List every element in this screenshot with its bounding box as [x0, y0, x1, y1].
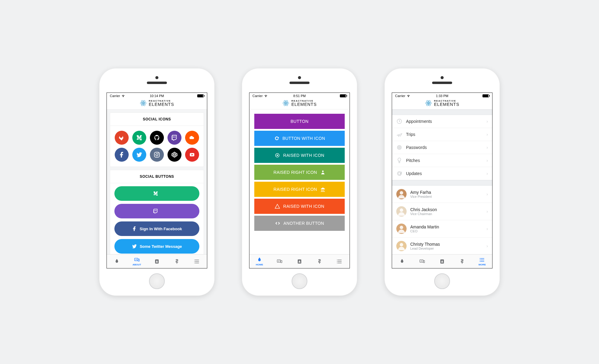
svg-point-42 [400, 226, 403, 229]
avatar [396, 224, 407, 234]
svg-point-12 [194, 260, 195, 260]
gitlab-icon[interactable] [115, 131, 129, 145]
svg-point-20 [277, 155, 278, 156]
chevron-right-icon: › [486, 226, 488, 231]
row-label: Trips [406, 132, 483, 137]
carrier-label: Carrier [110, 94, 120, 98]
twitch-icon[interactable] [168, 131, 181, 145]
home-button[interactable] [434, 273, 450, 289]
svg-point-44 [400, 243, 403, 246]
tab-3[interactable] [167, 254, 187, 268]
plane-icon [396, 131, 402, 137]
tab-label: ABOUT [133, 263, 141, 266]
tab-2[interactable] [289, 254, 310, 268]
github-icon[interactable] [150, 131, 164, 145]
svg-point-53 [479, 261, 480, 262]
list-row-trips[interactable]: Trips › [392, 128, 492, 141]
tab-4[interactable] [187, 254, 207, 268]
avatar [396, 189, 407, 199]
social-button-twitter[interactable]: Some Twitter Message [114, 239, 199, 254]
tab-4[interactable] [330, 254, 350, 268]
svg-point-50 [442, 260, 442, 261]
social-button-twitch[interactable] [114, 204, 199, 218]
svg-point-11 [156, 260, 157, 261]
tab-0[interactable]: HOME [249, 254, 269, 268]
tab-2[interactable] [432, 254, 452, 268]
person-name: Christy Thomas [410, 242, 483, 247]
clock-icon [396, 118, 402, 124]
row-label: Updates [406, 171, 483, 176]
svg-point-51 [479, 258, 480, 259]
list-row-updates[interactable]: Updates › [392, 167, 492, 180]
raised-button-1[interactable]: BUTTON WITH ICON [254, 131, 345, 146]
twitter-icon [132, 244, 137, 249]
tab-icon-1 [276, 258, 283, 265]
tab-1[interactable] [412, 254, 432, 268]
person-icon [320, 170, 326, 175]
social-button-medium[interactable] [114, 186, 199, 201]
tab-3[interactable] [310, 254, 330, 268]
svg-point-40 [400, 208, 403, 212]
youtube-icon[interactable] [185, 148, 199, 162]
twitter-icon[interactable] [132, 148, 146, 162]
brand-large: ELEMENTS [291, 102, 316, 106]
raised-button-6[interactable]: ANOTHER BUTTON [254, 216, 345, 231]
social-icons-title: SOCIAL ICONS [110, 113, 204, 126]
tab-icon-2 [296, 258, 303, 265]
tab-icon-1 [134, 257, 140, 263]
tab-0[interactable] [392, 254, 412, 268]
avatar [396, 241, 407, 251]
svg-point-35 [398, 146, 401, 149]
tab-1[interactable]: ABOUT [127, 254, 147, 268]
list-row-pitches[interactable]: Pitches › [392, 154, 492, 167]
tab-0[interactable] [107, 254, 127, 268]
social-button-facebook[interactable]: Sign In With Facebook [114, 221, 199, 236]
warn-icon [275, 204, 280, 209]
react-logo-icon [425, 99, 432, 107]
screen: Carrier 8:51 PM REACTNATIVEELEMENTS BUTT… [249, 93, 350, 268]
finger-icon [396, 144, 402, 150]
tab-icon-4 [194, 258, 200, 265]
svg-point-13 [194, 261, 195, 262]
home-button[interactable] [149, 273, 165, 289]
tab-icon-1 [419, 258, 425, 265]
person-name: Amanda Martin [410, 224, 483, 229]
raised-button-4[interactable]: RAISED RIGHT ICON [254, 182, 345, 197]
raised-button-2[interactable]: RAISED WITH ICON [254, 148, 345, 163]
list-row-passwords[interactable]: Passwords › [392, 141, 492, 154]
tab-1[interactable] [269, 254, 289, 268]
brand-large: ELEMENTS [149, 102, 174, 106]
button-label: Some Twitter Message [140, 244, 182, 249]
raised-button-5[interactable]: RAISED WITH ICON [254, 199, 345, 214]
list-row-appointments[interactable]: Appointments › [392, 115, 492, 128]
tab-2[interactable] [147, 254, 167, 268]
button-label: RAISED WITH ICON [283, 153, 324, 158]
person-row[interactable]: Amanda Martin CEO › [392, 220, 492, 238]
raised-button-0[interactable]: BUTTON [254, 114, 345, 129]
facebook-icon[interactable] [115, 148, 129, 162]
tab-label: MORE [479, 263, 486, 266]
facebook-icon [132, 226, 137, 231]
button-label: ANOTHER BUTTON [283, 221, 324, 226]
svg-point-29 [428, 103, 429, 104]
section-header [392, 110, 492, 115]
person-role: Vice Chairman [410, 212, 483, 216]
tab-4[interactable]: MORE [472, 254, 492, 268]
tab-3[interactable] [452, 254, 472, 268]
instagram-icon[interactable] [150, 148, 164, 162]
refresh-icon [396, 170, 402, 177]
codepen-icon[interactable] [168, 148, 181, 162]
tab-icon-2 [439, 258, 445, 265]
soundcloud-icon[interactable] [185, 131, 199, 145]
tab-icon-0 [256, 257, 262, 263]
person-row[interactable]: Chris Jackson Vice Chairman › [392, 203, 492, 220]
row-label: Appointments [406, 119, 483, 124]
person-row[interactable]: Amy Farha Vice President › [392, 186, 492, 203]
raised-button-3[interactable]: RAISED RIGHT ICON [254, 165, 345, 180]
wifi-icon [407, 94, 410, 98]
phone-mockup-3: Carrier 1:33 PM REACTNATIVEELEMENTS Appo… [384, 68, 500, 296]
medium-icon[interactable] [132, 131, 146, 145]
person-row[interactable]: Christy Thomas Lead Developer › [392, 238, 492, 254]
row-label: Pitches [406, 158, 483, 163]
home-button[interactable] [292, 273, 307, 289]
